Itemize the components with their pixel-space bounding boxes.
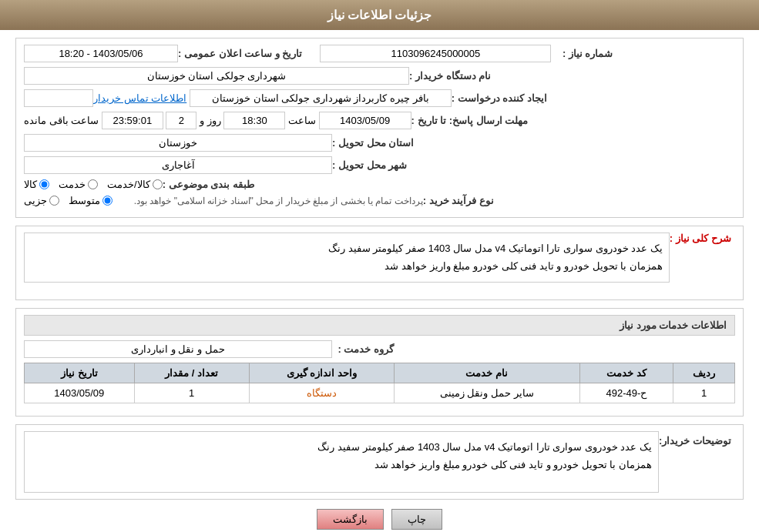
announce-date-label: تاریخ و ساعت اعلان عمومی : [178, 48, 302, 59]
response-deadline-label: مهلت ارسال پاسخ: تا تاریخ : [411, 115, 529, 126]
city-value: آغاجاری [24, 156, 332, 174]
category-kala-item: کالا [24, 179, 49, 190]
description-title: شرح کلی نیاز : [670, 233, 731, 244]
col-service-name: نام خدمت [394, 363, 579, 383]
col-quantity: تعداد / مقدار [134, 363, 249, 383]
buyer-org-label: نام دستگاه خریدار : [409, 70, 491, 82]
category-khedmat-item: خدمت [59, 179, 98, 190]
description-box: یک عدد خودروی سواری تارا اتوماتیک v4 مدل… [24, 233, 670, 283]
need-number-value: 1103096245000005 [320, 45, 551, 62]
page-wrapper: جزئیات اطلاعات نیاز شماره نیاز : 1103096… [0, 0, 759, 532]
category-kala-label: کالا [24, 179, 37, 190]
description-line1: یک عدد خودروی سواری تارا اتوماتیک v4 مدل… [31, 239, 663, 257]
category-radio-group: کالا/خدمت خدمت کالا [24, 179, 163, 190]
buyer-notes-section: توضیحات خریدار: یک عدد خودروی سواری تارا… [15, 424, 744, 500]
row-buyer-org: نام دستگاه خریدار : شهرداری جولکی استان … [24, 67, 735, 85]
table-cell-unit: دستگاه [249, 383, 394, 403]
content-area: شماره نیاز : 1103096245000005 تاریخ و سا… [0, 30, 759, 532]
row-creator: ایجاد کننده درخواست : بافر چیره کاربرداز… [24, 89, 735, 107]
row-response-deadline: مهلت ارسال پاسخ: تا تاریخ : 1403/05/09 س… [24, 112, 735, 129]
buyer-notes-box: یک عدد خودروی سواری تارا اتوماتیک v4 مدل… [24, 431, 659, 493]
buyer-org-value: شهرداری جولکی استان خوزستان [24, 67, 409, 85]
description-row: شرح کلی نیاز : یک عدد خودروی سواری تارا … [24, 233, 735, 289]
purchase-type-note: پرداخت تمام یا بخشی از مبلغ خریدار از مح… [134, 196, 423, 206]
table-cell-quantity: 1 [134, 383, 249, 403]
table-row: 1ح-49-492سایر حمل ونقل زمینیدستگاه11403/… [25, 383, 735, 403]
response-days-label: روز و [200, 115, 221, 126]
row-service-group: گروه خدمت : حمل و نقل و انبارداری [24, 340, 735, 358]
back-button[interactable]: بازگشت [317, 509, 384, 530]
col-unit: واحد اندازه گیری [249, 363, 394, 383]
province-value: خوزستان [24, 134, 332, 152]
purchase-type-motavaset-item: متوسط [69, 195, 113, 206]
purchase-type-jozei-radio[interactable] [49, 196, 59, 206]
service-group-label: گروه خدمت : [332, 343, 394, 355]
city-label: شهر محل تحویل : [332, 159, 407, 171]
need-number-label: شماره نیاز : [551, 48, 613, 59]
buyer-notes-line1: یک عدد خودروی سواری تارا اتوماتیک v4 مدل… [31, 438, 652, 456]
creator-blank [24, 89, 93, 107]
announce-date-value: 1403/05/06 - 18:20 [24, 45, 178, 62]
purchase-type-label: نوع فرآیند خرید : [423, 195, 494, 206]
page-header: جزئیات اطلاعات نیاز [0, 0, 759, 30]
row-city: شهر محل تحویل : آغاجاری [24, 156, 735, 174]
row-category: طبقه بندی موضوعی : کالا/خدمت خدمت کالا [24, 179, 735, 190]
remaining-time-label: ساعت باقی مانده [24, 115, 99, 126]
table-cell-service_code: ح-49-492 [579, 383, 673, 403]
top-info-section: شماره نیاز : 1103096245000005 تاریخ و سا… [15, 38, 744, 218]
col-service-code: کد خدمت [579, 363, 673, 383]
buyer-notes-line2: همزمان با تحویل خودرو و تاید فنی کلی خود… [31, 456, 652, 473]
purchase-type-motavaset-label: متوسط [69, 195, 100, 206]
table-cell-row_num: 1 [673, 383, 735, 403]
description-line2: همزمان با تحویل خودرو و تاید فنی کلی خود… [31, 257, 663, 275]
table-cell-date: 1403/05/09 [25, 383, 135, 403]
buyer-notes-label: توضیحات خریدار: [659, 431, 731, 447]
response-date-value: 1403/05/09 [319, 112, 411, 129]
buttons-row: چاپ بازگشت [15, 509, 744, 530]
remaining-time-value: 23:59:01 [102, 112, 163, 129]
response-time-value: 18:30 [223, 112, 285, 129]
response-time-label: ساعت [288, 115, 316, 126]
service-group-value: حمل و نقل و انبارداری [24, 340, 332, 358]
row-purchase-type: نوع فرآیند خرید : پرداخت تمام یا بخشی از… [24, 195, 735, 206]
services-section: اطلاعات خدمات مورد نیاز گروه خدمت : حمل … [15, 308, 744, 417]
table-cell-service_name: سایر حمل ونقل زمینی [394, 383, 579, 403]
category-kala-radio[interactable] [39, 179, 49, 189]
province-label: استان محل تحویل : [332, 137, 414, 149]
page-title: جزئیات اطلاعات نیاز [327, 8, 432, 22]
services-section-title: اطلاعات خدمات مورد نیاز [24, 315, 735, 336]
category-khedmat-label: خدمت [59, 179, 86, 190]
col-row-num: ردیف [673, 363, 735, 383]
creator-value: بافر چیره کاربرداز شهرداری جولکی استان خ… [190, 89, 452, 107]
purchase-type-radio-group: پرداخت تمام یا بخشی از مبلغ خریدار از مح… [24, 195, 423, 206]
category-kala-khedmat-label: کالا/خدمت [107, 179, 150, 190]
col-date: تاریخ نیاز [25, 363, 135, 383]
response-days-value: 2 [166, 112, 196, 129]
creator-label: ایجاد کننده درخواست : [452, 92, 547, 104]
category-label: طبقه بندی موضوعی : [163, 179, 254, 190]
row-province: استان محل تحویل : خوزستان [24, 134, 735, 152]
services-table: ردیف کد خدمت نام خدمت واحد اندازه گیری ت… [24, 363, 735, 403]
category-khedmat-radio[interactable] [88, 179, 98, 189]
purchase-type-motavaset-radio[interactable] [102, 196, 113, 206]
row-need-number: شماره نیاز : 1103096245000005 تاریخ و سا… [24, 45, 735, 62]
purchase-type-jozei-item: جزیی [24, 195, 59, 206]
print-button[interactable]: چاپ [391, 509, 442, 530]
description-section: شرح کلی نیاز : یک عدد خودروی سواری تارا … [15, 226, 744, 300]
category-kala-khedmat-item: کالا/خدمت [107, 179, 163, 190]
purchase-type-jozei-label: جزیی [24, 195, 47, 206]
contact-link[interactable]: اطلاعات تماس خریدار [93, 92, 186, 104]
category-kala-khedmat-radio[interactable] [153, 179, 163, 189]
